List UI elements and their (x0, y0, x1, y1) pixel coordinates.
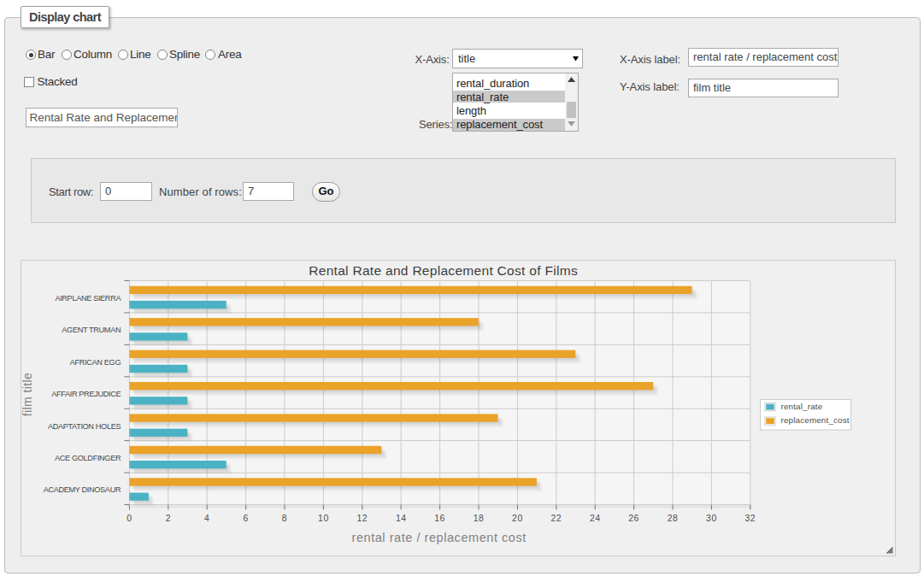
svg-text:4: 4 (204, 514, 209, 523)
svg-text:replacement_cost: replacement_cost (781, 415, 850, 425)
svg-text:ADAPTATION HOLES: ADAPTATION HOLES (48, 422, 121, 431)
svg-text:24: 24 (590, 514, 601, 523)
svg-text:28: 28 (668, 514, 679, 523)
svg-text:30: 30 (706, 514, 717, 523)
svg-text:AFFAIR PREJUDICE: AFFAIR PREJUDICE (51, 390, 121, 398)
svg-text:32: 32 (745, 514, 756, 523)
svg-text:6: 6 (243, 514, 248, 523)
svg-text:8: 8 (282, 514, 287, 523)
svg-text:22: 22 (551, 514, 562, 523)
svg-text:16: 16 (434, 514, 445, 523)
svg-text:2: 2 (166, 514, 171, 523)
svg-text:AFRICAN EGG: AFRICAN EGG (70, 358, 121, 367)
svg-text:AGENT TRUMAN: AGENT TRUMAN (62, 326, 121, 334)
svg-text:ACE GOLDFINGER: ACE GOLDFINGER (55, 454, 121, 462)
svg-text:14: 14 (396, 514, 407, 523)
svg-text:26: 26 (628, 514, 639, 523)
svg-text:20: 20 (512, 514, 523, 523)
svg-text:AIRPLANE SIERRA: AIRPLANE SIERRA (55, 294, 121, 303)
svg-text:ACADEMY DINOSAUR: ACADEMY DINOSAUR (44, 485, 121, 494)
svg-text:rental rate / replacement cost: rental rate / replacement cost (352, 531, 527, 544)
svg-text:0: 0 (127, 514, 132, 523)
svg-text:film title: film title (21, 373, 34, 416)
svg-text:10: 10 (318, 514, 329, 523)
svg-text:12: 12 (357, 514, 368, 523)
svg-text:Rental Rate and Replacement Co: Rental Rate and Replacement Cost of Film… (309, 263, 578, 278)
svg-text:18: 18 (474, 514, 485, 523)
svg-text:rental_rate: rental_rate (781, 402, 823, 411)
